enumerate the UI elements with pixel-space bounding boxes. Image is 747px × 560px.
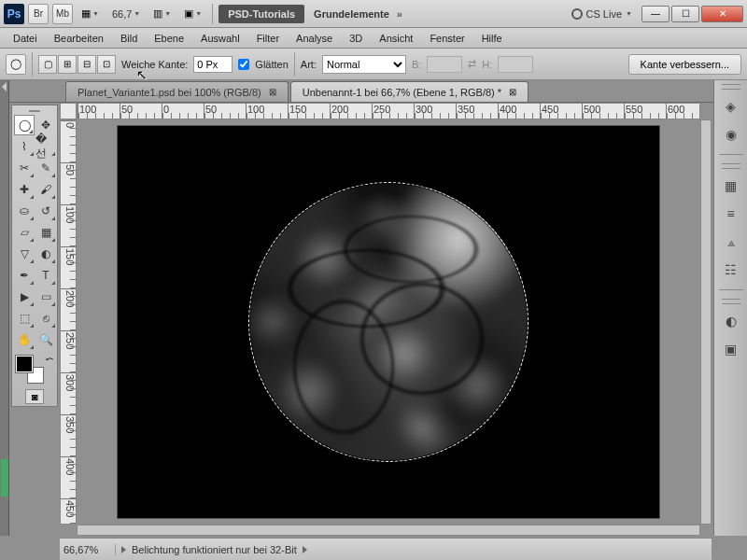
quick-mask-button[interactable]: ◙ xyxy=(25,389,44,404)
quick-select-tool[interactable]: �선 xyxy=(35,136,56,157)
antialias-checkbox[interactable] xyxy=(238,59,249,70)
foreground-color-swatch[interactable] xyxy=(16,356,33,372)
height-input xyxy=(498,56,533,73)
brush-tool[interactable]: 🖌 xyxy=(35,179,56,200)
width-label: B: xyxy=(412,59,421,70)
eraser-tool[interactable]: ▱ xyxy=(14,222,35,243)
lasso-tool[interactable]: ⌇ xyxy=(14,136,35,157)
panel-drag-handle[interactable] xyxy=(722,84,740,90)
document-viewport[interactable] xyxy=(77,119,700,525)
arrange-docs-dropdown[interactable]: ▥▼ xyxy=(148,4,176,24)
menu-bild[interactable]: Bild xyxy=(113,31,145,46)
zoom-readout[interactable]: 66,67% xyxy=(63,544,116,555)
healing-tool[interactable]: ✚ xyxy=(14,179,35,200)
status-next-icon[interactable] xyxy=(303,546,307,553)
photoshop-logo-icon: Ps xyxy=(4,4,24,24)
styles-panel-icon[interactable]: ⟁ xyxy=(720,231,742,253)
window-maximize-button[interactable]: ☐ xyxy=(671,6,699,22)
3d-tool[interactable]: ⬚ xyxy=(14,308,35,329)
close-tab-icon[interactable]: ⊠ xyxy=(507,87,518,97)
document-canvas[interactable] xyxy=(118,126,659,518)
doc-tab-1[interactable]: Planet_Variante1.psd bei 100% (RGB/8)⊠ xyxy=(65,81,289,102)
zoom-tool[interactable]: 🔍 xyxy=(35,329,56,350)
marquee-tool[interactable]: ◯ xyxy=(14,115,35,135)
color-swatches: ⤺ xyxy=(14,354,55,387)
menu-fenster[interactable]: Fenster xyxy=(422,31,472,46)
hand-tool[interactable]: ✋ xyxy=(14,329,35,350)
selection-new-button[interactable]: ▢ xyxy=(38,55,57,74)
menu-bearbeiten[interactable]: Bearbeiten xyxy=(47,31,111,46)
3d-camera-tool[interactable]: ⎋ xyxy=(35,308,56,329)
shape-tool[interactable]: ▭ xyxy=(35,287,56,307)
vertical-scrollbar[interactable] xyxy=(700,119,712,525)
view-extras-dropdown[interactable]: ▦▼ xyxy=(77,4,104,24)
swatches-panel-icon[interactable]: ☷ xyxy=(720,259,742,281)
menu-hilfe[interactable]: Hilfe xyxy=(474,31,510,46)
close-tab-icon[interactable]: ⊠ xyxy=(267,87,278,97)
history-panel-icon[interactable] xyxy=(1,459,8,497)
channels-panel-icon[interactable]: ◉ xyxy=(720,123,742,146)
swap-colors-icon[interactable]: ⤺ xyxy=(46,354,53,364)
refine-edge-button[interactable]: Kante verbessern... xyxy=(628,54,741,75)
separator xyxy=(32,52,33,77)
feather-input[interactable] xyxy=(193,56,233,73)
selection-intersect-button[interactable]: ⊡ xyxy=(97,55,116,74)
document-tabs: Planet_Variante1.psd bei 100% (RGB/8)⊠ U… xyxy=(0,80,747,103)
options-bar: ◯ ▢ ⊞ ⊟ ⊡ Weiche Kante: Glätten Art: Nor… xyxy=(0,49,747,80)
bridge-button[interactable]: Br xyxy=(28,4,49,24)
expand-dock-icon[interactable] xyxy=(716,82,721,91)
selection-add-button[interactable]: ⊞ xyxy=(58,55,77,74)
blur-tool[interactable]: ▽ xyxy=(14,244,35,264)
selection-subtract-button[interactable]: ⊟ xyxy=(78,55,96,74)
separator xyxy=(294,52,295,77)
panel-drag-handle[interactable] xyxy=(14,107,55,115)
menu-ebene[interactable]: Ebene xyxy=(147,31,191,46)
status-prev-icon[interactable] xyxy=(121,546,126,553)
menu-auswahl[interactable]: Auswahl xyxy=(193,31,247,46)
eyedropper-tool[interactable]: ✎ xyxy=(35,158,56,178)
style-select[interactable]: Normal xyxy=(322,55,406,74)
horizontal-ruler[interactable]: 1005005010015020025030035040045050055060… xyxy=(77,103,700,119)
minibridge-button[interactable]: Mb xyxy=(52,4,73,24)
gradient-tool[interactable]: ▦ xyxy=(35,222,56,243)
separator xyxy=(212,4,213,24)
crop-tool[interactable]: ✂ xyxy=(14,158,35,178)
paragraph-panel-icon[interactable]: ≡ xyxy=(720,203,742,225)
menu-bar: Datei Bearbeiten Bild Ebene Auswahl Filt… xyxy=(0,28,747,49)
menu-datei[interactable]: Datei xyxy=(6,31,45,46)
adjustments-panel-icon[interactable]: ◐ xyxy=(720,310,742,332)
psd-tutorials-badge[interactable]: PSD-Tutorials xyxy=(218,5,304,23)
type-tool[interactable]: T xyxy=(35,265,56,286)
stamp-tool[interactable]: ⛀ xyxy=(14,201,35,221)
menu-ansicht[interactable]: Ansicht xyxy=(372,31,420,46)
workspace-switcher[interactable]: Grundelemente xyxy=(314,8,389,20)
workspace-more-icon[interactable]: » xyxy=(397,8,402,20)
history-brush-tool[interactable]: ↺ xyxy=(35,201,56,221)
left-collapsed-dock[interactable] xyxy=(0,80,9,536)
masks-panel-icon[interactable]: ▣ xyxy=(720,338,742,360)
vertical-ruler[interactable]: 050100150200250300350400450 xyxy=(60,119,77,525)
screen-mode-dropdown[interactable]: ▣▼ xyxy=(179,4,206,24)
width-input xyxy=(427,56,462,73)
horizontal-scrollbar[interactable] xyxy=(77,525,700,536)
character-panel-icon[interactable]: ▦ xyxy=(720,175,742,197)
height-label: H: xyxy=(482,59,492,70)
right-dock: ◈ ◉ ▦ ≡ ⟁ ☷ ◐ ▣ xyxy=(713,80,747,536)
current-tool-icon[interactable]: ◯ xyxy=(6,54,26,75)
cs-live-button[interactable]: CS Live▼ xyxy=(571,8,632,20)
menu-3d[interactable]: 3D xyxy=(342,31,370,46)
ruler-origin[interactable] xyxy=(60,103,77,119)
doc-tab-2[interactable]: Unbenannt-1 bei 66,7% (Ebene 1, RGB/8) *… xyxy=(290,81,529,102)
panel-drag-handle[interactable] xyxy=(722,163,740,169)
menu-analyse[interactable]: Analyse xyxy=(289,31,340,46)
window-close-button[interactable]: ✕ xyxy=(701,6,743,22)
dodge-tool[interactable]: ◐ xyxy=(35,244,56,264)
toolbox: ◯ ✥ ⌇ �선 ✂ ✎ ✚ 🖌 ⛀ ↺ ▱ ▦ ▽ ◐ ✒ T ▶ ▭ ⬚ ⎋… xyxy=(11,105,58,407)
menu-filter[interactable]: Filter xyxy=(249,31,287,46)
window-minimize-button[interactable]: — xyxy=(641,6,669,22)
layers-panel-icon[interactable]: ◈ xyxy=(720,95,742,118)
pen-tool[interactable]: ✒ xyxy=(14,265,35,286)
path-select-tool[interactable]: ▶ xyxy=(14,287,35,307)
panel-drag-handle[interactable] xyxy=(722,299,740,304)
zoom-dropdown[interactable]: 66,7▼ xyxy=(107,4,145,24)
